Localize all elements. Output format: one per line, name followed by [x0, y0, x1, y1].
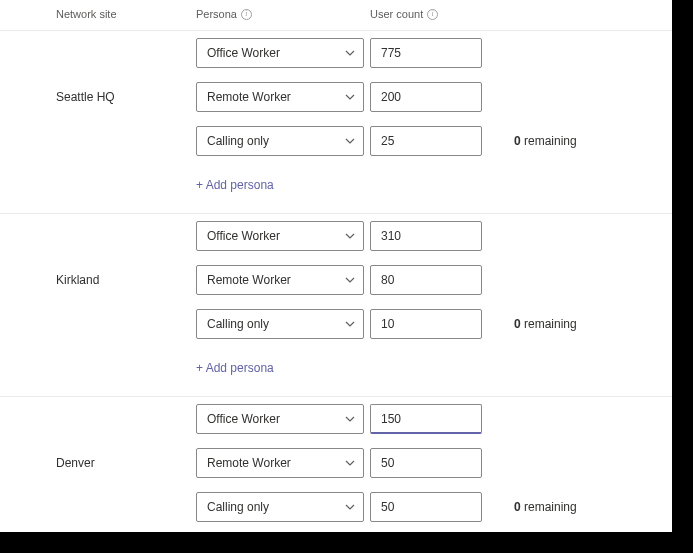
persona-row: Office Worker — [0, 31, 672, 75]
user-count-input[interactable] — [370, 404, 482, 434]
persona-select[interactable]: Office Worker — [196, 221, 364, 251]
persona-select[interactable]: Calling only — [196, 492, 364, 522]
header-persona-label: Persona — [196, 8, 237, 20]
site-name: Seattle HQ — [56, 90, 115, 104]
info-icon[interactable]: i — [241, 9, 252, 20]
chevron-down-icon — [345, 48, 355, 58]
user-count-input[interactable] — [370, 126, 482, 156]
persona-allocation-panel: Network site Persona i User count i Offi… — [0, 0, 672, 532]
remaining-count: 0 — [514, 134, 521, 148]
persona-select[interactable]: Remote Worker — [196, 82, 364, 112]
user-count-input[interactable] — [370, 265, 482, 295]
persona-select-label: Remote Worker — [207, 90, 291, 104]
add-persona-link[interactable]: + Add persona — [196, 353, 274, 389]
chevron-down-icon — [345, 275, 355, 285]
user-count-input[interactable] — [370, 38, 482, 68]
persona-select[interactable]: Remote Worker — [196, 448, 364, 478]
persona-select[interactable]: Remote Worker — [196, 265, 364, 295]
persona-select[interactable]: Calling only — [196, 126, 364, 156]
add-persona-row: + Add persona — [0, 529, 672, 532]
remaining-count: 0 — [514, 500, 521, 514]
add-persona-row: + Add persona — [0, 346, 672, 396]
user-count-input[interactable] — [370, 221, 482, 251]
info-icon[interactable]: i — [427, 9, 438, 20]
persona-row: KirklandRemote Worker — [0, 258, 672, 302]
header-user-count: User count i — [370, 8, 438, 20]
persona-row: Office Worker — [0, 397, 672, 441]
site-name: Denver — [56, 456, 95, 470]
persona-select-label: Calling only — [207, 134, 269, 148]
chevron-down-icon — [345, 502, 355, 512]
chevron-down-icon — [345, 319, 355, 329]
remaining-label: 0 remaining — [500, 134, 577, 148]
user-count-input[interactable] — [370, 82, 482, 112]
chevron-down-icon — [345, 458, 355, 468]
persona-select-label: Office Worker — [207, 229, 280, 243]
persona-select[interactable]: Calling only — [196, 309, 364, 339]
remaining-count: 0 — [514, 317, 521, 331]
persona-row: DenverRemote Worker — [0, 441, 672, 485]
persona-select-label: Office Worker — [207, 46, 280, 60]
table-header: Network site Persona i User count i — [0, 0, 672, 30]
user-count-input[interactable] — [370, 448, 482, 478]
site-name: Kirkland — [56, 273, 99, 287]
chevron-down-icon — [345, 136, 355, 146]
persona-row: Office Worker — [0, 214, 672, 258]
persona-select-label: Office Worker — [207, 412, 280, 426]
add-persona-link[interactable]: + Add persona — [196, 170, 274, 206]
header-persona: Persona i — [196, 8, 252, 20]
chevron-down-icon — [345, 92, 355, 102]
persona-select-label: Remote Worker — [207, 456, 291, 470]
site-block: Office WorkerKirklandRemote WorkerCallin… — [0, 213, 672, 396]
persona-select[interactable]: Office Worker — [196, 404, 364, 434]
site-block: Office WorkerSeattle HQRemote WorkerCall… — [0, 30, 672, 213]
site-block: Office WorkerDenverRemote WorkerCalling … — [0, 396, 672, 532]
remaining-label: 0 remaining — [500, 317, 577, 331]
persona-select-label: Calling only — [207, 317, 269, 331]
header-network-site: Network site — [56, 8, 117, 20]
user-count-input[interactable] — [370, 309, 482, 339]
persona-row: Seattle HQRemote Worker — [0, 75, 672, 119]
persona-select[interactable]: Office Worker — [196, 38, 364, 68]
persona-select-label: Calling only — [207, 500, 269, 514]
chevron-down-icon — [345, 231, 355, 241]
chevron-down-icon — [345, 414, 355, 424]
persona-row: Calling only0 remaining — [0, 302, 672, 346]
persona-row: Calling only0 remaining — [0, 485, 672, 529]
persona-row: Calling only0 remaining — [0, 119, 672, 163]
user-count-input[interactable] — [370, 492, 482, 522]
add-persona-row: + Add persona — [0, 163, 672, 213]
persona-select-label: Remote Worker — [207, 273, 291, 287]
remaining-label: 0 remaining — [500, 500, 577, 514]
header-user-count-label: User count — [370, 8, 423, 20]
